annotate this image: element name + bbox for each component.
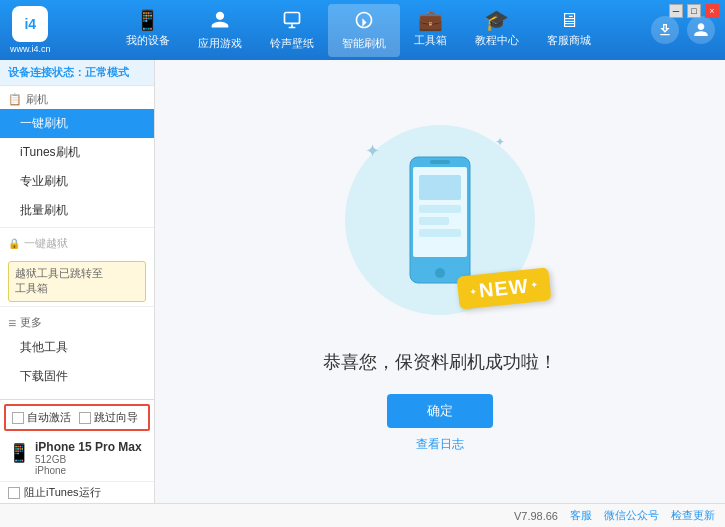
device-name: iPhone 15 Pro Max — [35, 440, 142, 454]
sidebar-item-batch[interactable]: 批量刷机 — [0, 196, 154, 225]
group-more-icon: ≡ — [8, 315, 16, 331]
minimize-button[interactable]: ─ — [669, 4, 683, 18]
view-log-link[interactable]: 查看日志 — [416, 436, 464, 453]
jailbreak-warning: 越狱工具已跳转至工具箱 — [8, 261, 146, 302]
sidebar-item-pro[interactable]: 专业刷机 — [0, 167, 154, 196]
phone-svg — [405, 155, 475, 285]
window-controls: ─ □ × — [669, 4, 719, 18]
nav-toolbox[interactable]: 💼 工具箱 — [400, 4, 461, 57]
nav-smart-brush[interactable]: 智能刷机 — [328, 4, 400, 57]
device-icon: 📱 — [8, 442, 30, 464]
sidebar-item-one-key[interactable]: 一键刷机 — [0, 109, 154, 138]
group-flash-label: 刷机 — [26, 92, 48, 107]
svg-rect-7 — [419, 217, 449, 225]
close-button[interactable]: × — [705, 4, 719, 18]
device-storage: 512GB — [35, 454, 142, 465]
svg-rect-3 — [430, 160, 450, 164]
download-button[interactable] — [651, 16, 679, 44]
nav-my-device[interactable]: 📱 我的设备 — [112, 4, 184, 57]
status-value: 正常模式 — [85, 66, 129, 78]
auto-activate-label: 自动激活 — [27, 410, 71, 425]
skip-guide-label: 跳过向导 — [94, 410, 138, 425]
nav-smart-brush-label: 智能刷机 — [342, 36, 386, 51]
nav-ringtone[interactable]: 铃声壁纸 — [256, 4, 328, 57]
sidebar-group-more: ≡ 更多 — [0, 309, 154, 333]
divider-2 — [0, 306, 154, 307]
svg-rect-8 — [419, 229, 461, 237]
header: i4 www.i4.cn 📱 我的设备 应用游戏 铃声壁纸 — [0, 0, 725, 60]
itunes-row: 阻止iTunes运行 — [0, 481, 154, 503]
nav-smart-brush-icon — [354, 10, 374, 33]
itunes-block-check[interactable] — [8, 487, 20, 499]
customer-service-link[interactable]: 客服 — [570, 508, 592, 523]
skip-guide-check[interactable] — [79, 412, 91, 424]
nav-tutorial-icon: 🎓 — [484, 10, 509, 30]
svg-rect-0 — [284, 12, 299, 23]
check-update-link[interactable]: 检查更新 — [671, 508, 715, 523]
skip-guide-checkbox[interactable]: 跳过向导 — [79, 410, 138, 425]
nav-apps-games[interactable]: 应用游戏 — [184, 4, 256, 57]
status-label: 设备连接状态： — [8, 66, 85, 78]
sidebar-disabled-jailbreak: 🔒 一键越狱 — [0, 230, 154, 257]
svg-rect-6 — [419, 205, 461, 213]
nav-my-device-icon: 📱 — [135, 10, 160, 30]
wechat-link[interactable]: 微信公众号 — [604, 508, 659, 523]
statusbar-right: V7.98.66 客服 微信公众号 检查更新 — [514, 508, 715, 523]
sparkle-icon-2: ✦ — [495, 135, 505, 149]
device-row: 📱 iPhone 15 Pro Max 512GB iPhone — [0, 435, 154, 481]
logo: i4 www.i4.cn — [10, 6, 51, 54]
nav-service[interactable]: 🖥 客服商城 — [533, 4, 605, 57]
divider-1 — [0, 227, 154, 228]
sidebar-item-download-firmware[interactable]: 下载固件 — [0, 362, 154, 391]
nav-apps-games-icon — [210, 10, 230, 33]
nav-tutorial-label: 教程中心 — [475, 33, 519, 48]
nav-toolbox-icon: 💼 — [418, 10, 443, 30]
nav-bar: 📱 我的设备 应用游戏 铃声壁纸 智能刷机 — [66, 4, 651, 57]
auto-check-row: 自动激活 跳过向导 — [4, 404, 150, 431]
logo-icon: i4 — [12, 6, 48, 42]
device-type: iPhone — [35, 465, 142, 476]
content-area: ✦ ✦ — [155, 60, 725, 503]
header-right — [651, 16, 715, 44]
sparkle-icon: ✦ — [365, 140, 380, 162]
auto-activate-check[interactable] — [12, 412, 24, 424]
sidebar-status: 设备连接状态：正常模式 — [0, 60, 154, 86]
nav-tutorial[interactable]: 🎓 教程中心 — [461, 4, 533, 57]
sidebar-bottom: 自动激活 跳过向导 📱 iPhone 15 Pro Max 512GB iPho… — [0, 399, 155, 503]
sidebar-item-other-tools[interactable]: 其他工具 — [0, 333, 154, 362]
nav-service-icon: 🖥 — [559, 10, 579, 30]
statusbar: V7.98.66 客服 微信公众号 检查更新 — [0, 503, 725, 527]
nav-ringtone-label: 铃声壁纸 — [270, 36, 314, 51]
nav-my-device-label: 我的设备 — [126, 33, 170, 48]
sidebar-group-flash: 📋 刷机 — [0, 86, 154, 109]
user-button[interactable] — [687, 16, 715, 44]
device-info: iPhone 15 Pro Max 512GB iPhone — [35, 440, 142, 476]
auto-activate-checkbox[interactable]: 自动激活 — [12, 410, 71, 425]
logo-url: www.i4.cn — [10, 44, 51, 54]
group-flash-icon: 📋 — [8, 93, 22, 106]
svg-point-4 — [435, 268, 445, 278]
nav-service-label: 客服商城 — [547, 33, 591, 48]
group-more-label: 更多 — [20, 315, 42, 330]
maximize-button[interactable]: □ — [687, 4, 701, 18]
nav-toolbox-label: 工具箱 — [414, 33, 447, 48]
svg-rect-5 — [419, 175, 461, 200]
success-message: 恭喜您，保资料刷机成功啦！ — [323, 350, 557, 374]
nav-ringtone-icon — [282, 10, 302, 33]
itunes-label: 阻止iTunes运行 — [24, 485, 101, 500]
confirm-button[interactable]: 确定 — [387, 394, 493, 428]
sidebar-item-itunes[interactable]: iTunes刷机 — [0, 138, 154, 167]
success-illustration: ✦ ✦ — [330, 110, 550, 330]
nav-apps-games-label: 应用游戏 — [198, 36, 242, 51]
version-label: V7.98.66 — [514, 510, 558, 522]
